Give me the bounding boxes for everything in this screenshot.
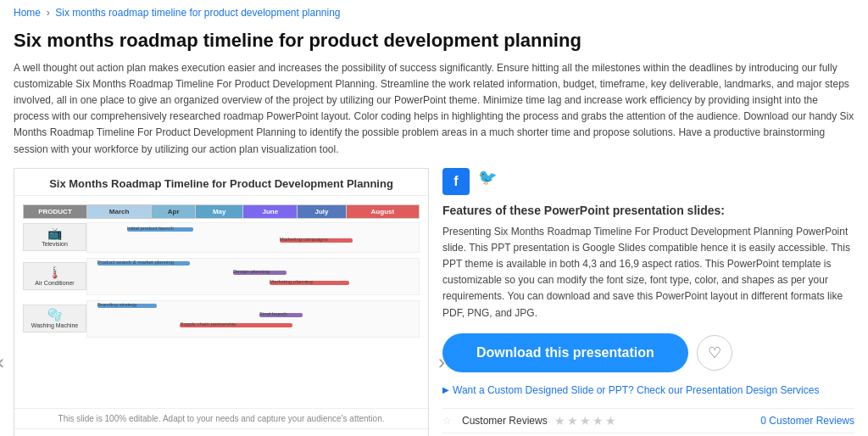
header-product: PRODUCT: [24, 204, 87, 218]
bar-ac-2-label: Design planning: [233, 269, 270, 274]
review-count[interactable]: 0 Customer Reviews: [760, 415, 854, 427]
header-april: Apr: [152, 204, 196, 218]
customer-reviews-label: Customer Reviews: [462, 415, 548, 427]
row-washer: 🫧 Washing Machine Branding strategy Fina…: [23, 300, 420, 338]
tv-name: Television: [42, 241, 68, 247]
header-august: August: [346, 204, 419, 218]
bar-ac-1-label: Product search & market planning: [97, 260, 174, 265]
slide-caption: This slide is 100% editable. Adapt to yo…: [14, 408, 428, 428]
bars-ac: Product search & market planning Design …: [86, 258, 420, 295]
customer-reviews-row: ☆ Customer Reviews ★★★★★ 0 Customer Revi…: [442, 408, 854, 433]
breadcrumb: Home › Six months roadmap timeline for p…: [0, 0, 868, 25]
tv-icon: 📺: [26, 226, 83, 240]
breadcrumb-current[interactable]: Six months roadmap timeline for product …: [55, 7, 340, 19]
bar-tv-2-label: Marketing campaigns: [280, 237, 328, 242]
bar-w-3-label: Supply chain partnership: [180, 321, 236, 327]
rate-row: ☆ Rate this Product ★★★★★ Rate This Prod…: [442, 433, 854, 436]
label-washer: 🫧 Washing Machine: [23, 305, 86, 333]
right-panel: f 🐦 Features of these PowerPoint present…: [442, 168, 854, 436]
next-arrow[interactable]: ›: [438, 350, 445, 374]
washer-name: Washing Machine: [31, 322, 78, 328]
timeline-header: PRODUCT March Apr May June July August: [23, 204, 420, 219]
review-stars: ★★★★★: [554, 414, 618, 428]
facebook-icon[interactable]: f: [442, 168, 470, 195]
bars-television: Initial product launch Marketing campaig…: [86, 222, 420, 253]
page-title: Six months roadmap timeline for product …: [0, 25, 868, 60]
download-row: Download this presentation ♡: [442, 333, 854, 372]
bar-w-1-label: Branding strategy: [97, 302, 137, 307]
bar-ac-3-label: Marketing planning: [270, 279, 313, 284]
bar-w-2-label: Final launch: [259, 311, 287, 316]
header-june: June: [243, 204, 298, 218]
ac-icon: 🌡️: [26, 266, 83, 279]
twitter-icon[interactable]: 🐦: [478, 168, 497, 195]
slide-content-area: PRODUCT March Apr May June July August 📺…: [14, 196, 428, 408]
bar-tv-1-label: Initial product launch: [127, 226, 174, 231]
bars-washer: Branding strategy Final launch Supply ch…: [86, 300, 420, 338]
slide-viewer: ‹ › Six Months Roadmap Timeline for Prod…: [14, 168, 429, 436]
description-text: A well thought out action plan makes exe…: [0, 60, 868, 168]
breadcrumb-home[interactable]: Home: [14, 7, 41, 19]
header-march: March: [87, 204, 152, 218]
header-may: May: [196, 204, 243, 218]
row-television: 📺 Television Initial product launch Mark…: [23, 222, 420, 253]
header-july: July: [298, 204, 346, 218]
washer-icon: 🫧: [26, 308, 83, 321]
row-ac: 🌡️ Air Conditioner Product search & mark…: [23, 258, 420, 295]
features-title: Features of these PowerPoint presentatio…: [442, 204, 854, 217]
label-television: 📺 Television: [23, 223, 86, 251]
main-content: ‹ › Six Months Roadmap Timeline for Prod…: [0, 168, 868, 436]
download-button[interactable]: Download this presentation: [442, 333, 688, 372]
heart-button[interactable]: ♡: [697, 335, 732, 371]
custom-link[interactable]: Want a Custom Designed Slide or PPT? Che…: [442, 384, 854, 396]
slide-thumbnails: Slide 1 Slide 2: [14, 428, 428, 436]
star-icon-reviews: ☆: [442, 415, 452, 427]
social-icons: f 🐦: [442, 168, 854, 195]
slide-title: Six Months Roadmap Timeline for Product …: [14, 169, 428, 196]
prev-arrow[interactable]: ‹: [0, 350, 4, 374]
label-ac: 🌡️ Air Conditioner: [23, 262, 86, 290]
ac-name: Air Conditioner: [35, 280, 74, 286]
facebook-label: f: [453, 174, 458, 189]
features-text: Presenting Six Months Roadmap Timeline F…: [442, 224, 854, 321]
